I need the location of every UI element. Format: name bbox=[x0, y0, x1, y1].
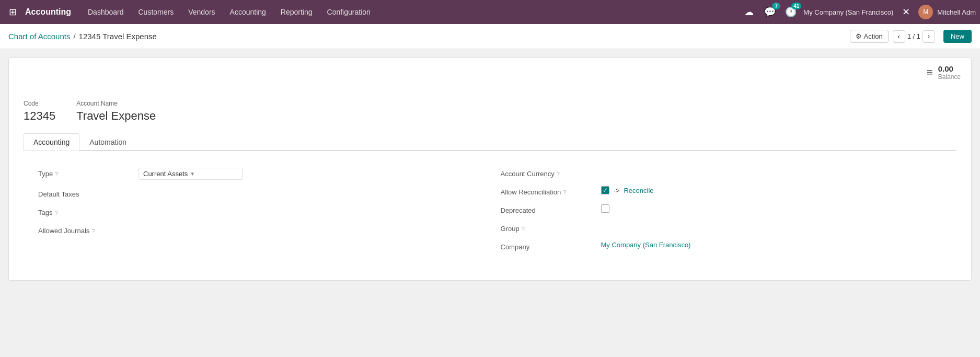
type-label: Type ? bbox=[38, 168, 132, 178]
stat-bar: ≡ 0.00 Balance bbox=[9, 58, 971, 87]
allow-reconciliation-row: Allow Reconciliation ? ✓ -> Reconcile bbox=[501, 182, 942, 200]
dropdown-arrow-icon: ▼ bbox=[190, 171, 195, 177]
group-label: Group ? bbox=[501, 223, 595, 233]
allow-reconciliation-value: ✓ -> Reconcile bbox=[601, 186, 942, 194]
nav-accounting[interactable]: Accounting bbox=[224, 6, 272, 18]
pager: ‹ 1 / 1 › bbox=[893, 30, 935, 43]
code-field-group: Code 12345 bbox=[24, 100, 55, 123]
tab-accounting[interactable]: Accounting bbox=[24, 133, 79, 151]
nav-configuration[interactable]: Configuration bbox=[321, 6, 377, 18]
default-taxes-row: Default Taxes bbox=[38, 184, 480, 202]
form-section: Code 12345 Account Name Travel Expense A… bbox=[9, 87, 971, 280]
top-navigation: ⊞ Accounting Dashboard Customers Vendors… bbox=[0, 0, 980, 24]
messages-badge: 7 bbox=[772, 3, 780, 9]
deprecated-row: Deprecated bbox=[501, 200, 942, 218]
balance-value: 0.00 bbox=[938, 64, 961, 73]
allow-reconciliation-help-icon[interactable]: ? bbox=[563, 189, 566, 195]
user-avatar: M bbox=[918, 5, 933, 19]
new-button[interactable]: New bbox=[943, 30, 972, 43]
deprecated-checkbox[interactable] bbox=[601, 204, 609, 213]
pager-next[interactable]: › bbox=[923, 30, 935, 43]
nav-customers[interactable]: Customers bbox=[132, 6, 180, 18]
type-help-icon[interactable]: ? bbox=[55, 171, 58, 177]
company-name: My Company (San Francisco) bbox=[803, 8, 893, 16]
cloud-icon-btn[interactable]: ☁ bbox=[741, 4, 757, 20]
breadcrumb-actions: ⚙ Action ‹ 1 / 1 › New bbox=[850, 30, 972, 43]
messages-icon-btn[interactable]: 💬 7 bbox=[762, 4, 778, 20]
left-column: Type ? Current Assets ▼ bbox=[38, 164, 480, 255]
company-label: Company bbox=[501, 241, 595, 251]
account-name-label: Account Name bbox=[76, 100, 156, 107]
company-row: Company My Company (San Francisco) bbox=[501, 237, 942, 255]
allowed-journals-help-icon[interactable]: ? bbox=[91, 228, 95, 234]
check-icon: ✓ bbox=[603, 187, 608, 194]
form-grid: Type ? Current Assets ▼ bbox=[38, 164, 942, 255]
breadcrumb-bar: Chart of Accounts / 12345 Travel Expense… bbox=[0, 24, 980, 49]
activities-icon-btn[interactable]: 🕐 41 bbox=[782, 4, 799, 20]
activities-badge: 41 bbox=[791, 3, 801, 9]
tags-row: Tags ? bbox=[38, 202, 480, 221]
breadcrumb-parent[interactable]: Chart of Accounts bbox=[8, 32, 70, 41]
account-name-value: Travel Expense bbox=[76, 109, 156, 123]
group-help-icon[interactable]: ? bbox=[522, 226, 525, 232]
tags-help-icon[interactable]: ? bbox=[54, 210, 57, 216]
tags-label: Tags ? bbox=[38, 206, 132, 216]
breadcrumb-separator: / bbox=[73, 32, 75, 41]
main-content: ≡ 0.00 Balance Code 12345 Account Name T… bbox=[0, 49, 980, 289]
allowed-journals-row: Allowed Journals ? bbox=[38, 221, 480, 239]
tab-bar: Accounting Automation bbox=[24, 133, 956, 151]
default-taxes-label: Default Taxes bbox=[38, 188, 132, 198]
balance-icon: ≡ bbox=[927, 66, 933, 78]
app-name: Accounting bbox=[25, 7, 71, 17]
account-name-field-group: Account Name Travel Expense bbox=[76, 100, 156, 123]
account-currency-help-icon[interactable]: ? bbox=[557, 171, 560, 177]
reconcile-arrow: -> bbox=[614, 187, 620, 194]
account-currency-row: Account Currency ? bbox=[501, 164, 942, 182]
deprecated-label: Deprecated bbox=[501, 204, 595, 214]
wrench-icon: ✕ bbox=[902, 6, 910, 18]
nav-reporting[interactable]: Reporting bbox=[274, 6, 319, 18]
nav-vendors[interactable]: Vendors bbox=[182, 6, 221, 18]
tab-automation[interactable]: Automation bbox=[79, 133, 136, 151]
group-row: Group ? bbox=[501, 218, 942, 237]
action-button[interactable]: ⚙ Action bbox=[850, 30, 889, 43]
gear-icon: ⚙ bbox=[856, 32, 862, 40]
balance-stat: ≡ 0.00 Balance bbox=[927, 64, 961, 80]
settings-icon-btn[interactable]: ✕ bbox=[897, 4, 914, 20]
nav-dashboard[interactable]: Dashboard bbox=[82, 6, 130, 18]
breadcrumb: Chart of Accounts / 12345 Travel Expense bbox=[8, 32, 850, 41]
code-value: 12345 bbox=[24, 109, 55, 123]
form-header: Code 12345 Account Name Travel Expense bbox=[24, 100, 956, 123]
user-name: Mitchell Adm bbox=[937, 8, 976, 16]
code-label: Code bbox=[24, 100, 55, 107]
type-value: Current Assets ▼ bbox=[139, 168, 480, 180]
pager-text: 1 / 1 bbox=[907, 32, 920, 40]
form-card: ≡ 0.00 Balance Code 12345 Account Name T… bbox=[8, 57, 972, 281]
deprecated-value bbox=[601, 204, 942, 213]
allow-reconciliation-checkbox[interactable]: ✓ bbox=[601, 186, 609, 194]
company-link[interactable]: My Company (San Francisco) bbox=[601, 241, 691, 249]
tab-content-accounting: Type ? Current Assets ▼ bbox=[24, 151, 956, 268]
reconcile-link[interactable]: Reconcile bbox=[624, 187, 653, 194]
right-column: Account Currency ? Allow Reconciliation … bbox=[501, 164, 942, 255]
type-dropdown[interactable]: Current Assets ▼ bbox=[139, 168, 243, 180]
type-row: Type ? Current Assets ▼ bbox=[38, 164, 480, 184]
app-grid-icon[interactable]: ⊞ bbox=[4, 4, 21, 20]
allowed-journals-label: Allowed Journals ? bbox=[38, 225, 132, 235]
cloud-icon: ☁ bbox=[744, 6, 754, 18]
allow-reconciliation-label: Allow Reconciliation ? bbox=[501, 186, 595, 196]
breadcrumb-current: 12345 Travel Expense bbox=[79, 32, 157, 41]
account-currency-label: Account Currency ? bbox=[501, 168, 595, 178]
company-value: My Company (San Francisco) bbox=[601, 241, 942, 249]
balance-label: Balance bbox=[938, 73, 961, 80]
pager-prev[interactable]: ‹ bbox=[893, 30, 905, 43]
